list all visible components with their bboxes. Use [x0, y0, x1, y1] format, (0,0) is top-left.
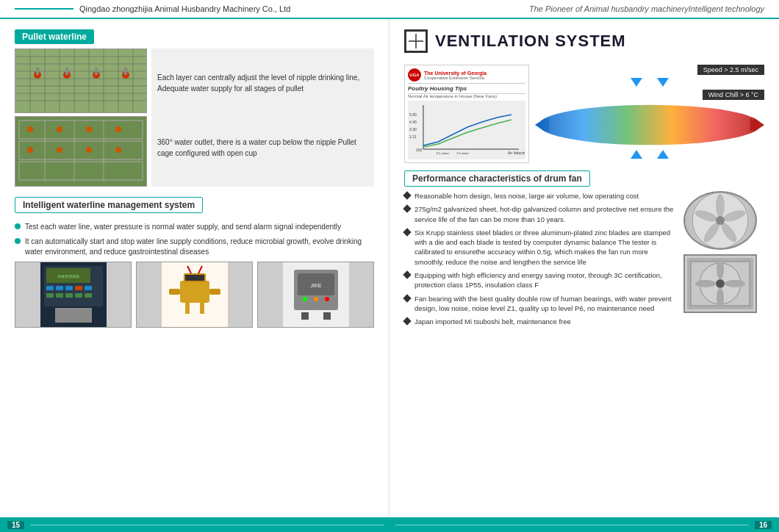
- svg-rect-23: [124, 68, 127, 75]
- page-footer: 15 16: [0, 517, 779, 532]
- svg-point-38: [115, 147, 121, 153]
- perf-bullet-5: Japan imported Mi tsuboshi belt, mainten…: [404, 317, 678, 326]
- svg-text:0.5 m/sec: 0.5 m/sec: [437, 151, 449, 155]
- header-accent-line: [15, 8, 73, 10]
- svg-point-107: [717, 280, 724, 287]
- svg-point-98: [716, 216, 725, 225]
- svg-point-37: [86, 147, 92, 153]
- diamond-4: [403, 294, 411, 302]
- svg-point-106: [695, 280, 716, 287]
- svg-rect-24: [15, 117, 146, 186]
- svg-text:5.50: 5.50: [409, 112, 417, 117]
- svg-rect-48: [46, 293, 54, 298]
- diamond-1: [403, 205, 411, 213]
- svg-rect-57: [185, 275, 204, 281]
- footer-divider-right: [395, 525, 749, 525]
- svg-rect-43: [46, 286, 54, 290]
- svg-marker-90: [753, 118, 764, 132]
- perf-bullet-3: Equipping with high efficiency and energ…: [404, 270, 678, 290]
- arrow-down-1: [631, 78, 642, 87]
- perf-badge: Performance characteristics of drum fan: [404, 170, 590, 187]
- diamond-0: [403, 191, 411, 199]
- diamond-3: [403, 270, 411, 278]
- pullet-desc1: Each layer can centrally adjust the leve…: [157, 72, 368, 94]
- diamond-2: [403, 228, 411, 236]
- fan-square-img: [683, 254, 757, 313]
- filter-img: JIKE: [257, 262, 374, 328]
- svg-point-33: [86, 126, 92, 132]
- poultry-tips-title: Poultry Housing Tips: [408, 85, 525, 94]
- svg-rect-69: [323, 312, 331, 320]
- arrows-down-row: [631, 78, 669, 87]
- windchill-badge: Wind Chill > 6 °C: [703, 90, 764, 100]
- svg-point-71: [314, 297, 318, 301]
- perf-bullet-0: Reasonable horn design, less noise, larg…: [404, 191, 678, 201]
- uga-logo-row: UGA The University of Georgia Cooperativ…: [408, 68, 525, 84]
- pullet-image-top: [15, 48, 147, 113]
- svg-point-36: [57, 147, 62, 153]
- ventilation-icon: [404, 29, 428, 53]
- svg-point-32: [57, 126, 62, 132]
- intelligent-bullets: Test each water line, water pressure is …: [15, 222, 374, 257]
- pullet-image-bottom: [15, 116, 147, 187]
- ventilation-header: VENTILATION SYSTEM: [404, 29, 764, 53]
- fan-images: [683, 191, 764, 331]
- valve-img: [136, 262, 253, 328]
- svg-point-70: [303, 297, 307, 301]
- intelligent-badge: Intelligent waterline management system: [15, 197, 203, 213]
- perf-content: Reasonable horn design, less noise, larg…: [404, 191, 764, 331]
- chart-graphic: 100 Air Velocity 5.50 4.40 3.30 2.21 0.5…: [408, 101, 525, 159]
- performance-section: Performance characteristics of drum fan …: [404, 170, 764, 331]
- arrows-up-row: [631, 150, 669, 159]
- arrow-up-2: [657, 150, 669, 159]
- arrow-down-2: [657, 78, 669, 87]
- svg-text:100: 100: [416, 148, 423, 152]
- svg-point-88: [539, 105, 761, 145]
- svg-text:2.21: 2.21: [409, 134, 417, 139]
- pullet-section: Pullet waterline: [15, 29, 374, 187]
- bullet-item-1: Test each water line, water pressure is …: [15, 222, 374, 232]
- control-panel-img: 水线管理系统: [15, 262, 132, 328]
- svg-point-35: [27, 147, 33, 153]
- svg-rect-45: [65, 286, 73, 290]
- poultry-tips-panel: UGA The University of Georgia Cooperativ…: [404, 65, 529, 163]
- svg-rect-51: [75, 293, 82, 298]
- svg-point-105: [717, 288, 724, 309]
- left-page: Pullet waterline: [0, 19, 390, 517]
- svg-rect-60: [169, 289, 180, 295]
- pullet-badge: Pullet waterline: [15, 29, 94, 44]
- svg-point-104: [725, 280, 745, 287]
- svg-text:JIKE: JIKE: [310, 283, 321, 288]
- svg-point-103: [717, 259, 724, 279]
- right-page: VENTILATION SYSTEM UGA The University of…: [390, 19, 779, 517]
- company-name: Qingdao zhongzhijia Animal Husbandry Mac…: [79, 4, 290, 13]
- svg-rect-20: [36, 68, 39, 75]
- airflow-gradient: [535, 103, 764, 147]
- header-left: Qingdao zhongzhijia Animal Husbandry Mac…: [15, 4, 290, 13]
- svg-text:1.0 m/sec: 1.0 m/sec: [456, 151, 469, 155]
- uga-logo: UGA: [408, 68, 421, 82]
- svg-point-31: [27, 126, 33, 132]
- svg-rect-49: [56, 293, 63, 298]
- pullet-images-container: Each layer can centrally adjust the leve…: [15, 48, 374, 187]
- main-content: Pullet waterline: [0, 19, 779, 517]
- bullet-dot-2: [15, 238, 21, 244]
- bullet-item-2: It can automatically start and stop wate…: [15, 237, 374, 257]
- perf-bullet-4: Fan bearing with the best quality double…: [404, 294, 678, 314]
- ventilation-viz: Speed > 2.5 m/sec Wind Chill > 6 °C: [535, 65, 764, 159]
- svg-rect-52: [85, 293, 92, 298]
- diamond-5: [403, 317, 411, 326]
- intelligent-section: Intelligent waterline management system …: [15, 197, 374, 328]
- perf-bullet-2: Six Krupp stainless steel blades or thre…: [404, 228, 678, 267]
- svg-rect-47: [85, 286, 92, 290]
- bullet-dot-1: [15, 223, 21, 229]
- equipment-images: 水线管理系统: [15, 262, 374, 328]
- svg-rect-68: [301, 312, 309, 320]
- svg-rect-44: [56, 286, 63, 290]
- speed-badge: Speed > 2.5 m/sec: [697, 65, 764, 75]
- svg-rect-55: [180, 281, 209, 303]
- svg-rect-53: [55, 308, 92, 323]
- svg-point-93: [716, 194, 725, 218]
- chart-container: UGA The University of Georgia Cooperativ…: [404, 65, 764, 163]
- pullet-photo-stack: [15, 48, 147, 187]
